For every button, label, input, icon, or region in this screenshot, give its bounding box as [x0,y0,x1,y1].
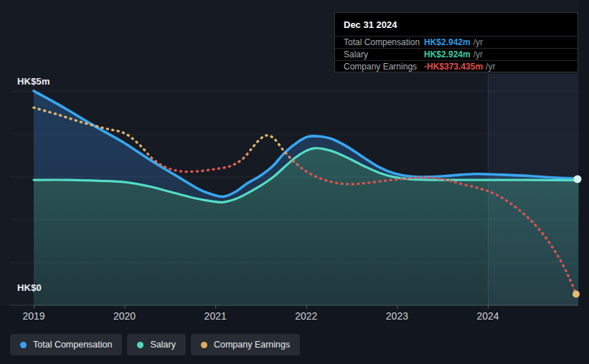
x-axis-label-2021: 2021 [204,310,227,322]
tooltip-value: HK$2.942m/yr [424,37,578,48]
legend-item-company-earnings[interactable]: Company Earnings [191,334,300,355]
tooltip-label: Salary [344,49,424,60]
tooltip-row-total-compensation: Total Compensation HK$2.942m/yr [335,36,578,48]
legend-item-salary[interactable]: Salary [127,334,185,355]
x-axis-label-2024: 2024 [476,310,499,322]
chart-tooltip: Dec 31 2024 Total Compensation HK$2.942m… [334,12,578,72]
executive-compensation-chart: HK$5m HK$0 201920202021202220232024 Dec … [0,0,589,364]
legend-item-label: Company Earnings [214,340,290,350]
x-axis-label-2020: 2020 [113,310,136,322]
x-axis-label-2022: 2022 [295,310,317,322]
salary-end-marker [574,176,582,183]
tooltip-value: HK$2.924m/yr [424,49,578,60]
tooltip-date: Dec 31 2024 [335,13,578,36]
legend-item-label: Total Compensation [33,340,112,350]
tooltip-value: -HK$373.435m/yr [424,61,578,72]
y-axis-label-top: HK$5m [17,76,50,87]
company-earnings-end-marker [572,291,580,298]
y-axis-label-zero: HK$0 [17,282,42,293]
tooltip-label: Company Earnings [344,61,424,72]
tooltip-row-company-earnings: Company Earnings -HK$373.435m/yr [335,60,578,72]
tooltip-row-salary: Salary HK$2.924m/yr [335,48,578,60]
x-axis-label-2019: 2019 [22,310,44,322]
legend-item-label: Salary [150,340,175,350]
legend-dot-icon [137,342,143,348]
legend-dot-icon [20,342,27,348]
chart-legend: Total Compensation Salary Company Earnin… [10,334,300,355]
x-axis-label-2023: 2023 [386,310,408,322]
legend-dot-icon [201,342,207,348]
legend-item-total-compensation[interactable]: Total Compensation [10,334,122,355]
tooltip-label: Total Compensation [344,37,424,48]
